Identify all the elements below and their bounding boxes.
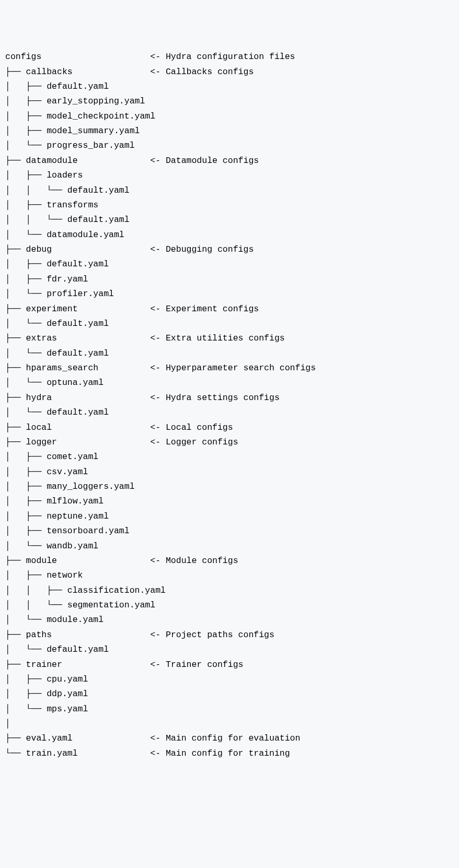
- tree-line: ├── module <- Module configs: [5, 554, 454, 568]
- tree-path: │ └── optuna.yaml: [5, 378, 104, 388]
- tree-comment: <- Module configs: [150, 556, 238, 566]
- tree-path: │ ├── default.yaml: [5, 259, 109, 269]
- tree-line: │ └── default.yaml: [5, 346, 454, 361]
- tree-path: ├── trainer: [5, 660, 150, 670]
- tree-line: │ └── module.yaml: [5, 613, 454, 627]
- tree-path: │ │ ├── classification.yaml: [5, 585, 166, 595]
- tree-comment: <- Datamodule configs: [150, 156, 259, 166]
- tree-comment: <- Hyperparameter search configs: [150, 363, 316, 373]
- tree-comment: <- Project paths configs: [150, 630, 274, 640]
- tree-line: ├── logger <- Logger configs: [5, 435, 454, 450]
- tree-path: configs: [5, 52, 150, 62]
- tree-path: │ │ └── segmentation.yaml: [5, 600, 155, 610]
- tree-path: │ └── default.yaml: [5, 644, 109, 654]
- tree-path: │ └── mps.yaml: [5, 704, 88, 714]
- tree-line: │ ├── default.yaml: [5, 79, 454, 94]
- tree-line: ├── callbacks <- Callbacks configs: [5, 65, 454, 79]
- tree-comment: <- Trainer configs: [150, 660, 243, 670]
- tree-comment: <- Experiment configs: [150, 304, 259, 314]
- tree-comment: <- Debugging configs: [150, 244, 254, 254]
- tree-path: │ └── datamodule.yaml: [5, 230, 124, 240]
- tree-line: │ ├── comet.yaml: [5, 450, 454, 464]
- tree-line: │ ├── many_loggers.yaml: [5, 479, 454, 494]
- tree-line: │ ├── loaders: [5, 168, 454, 183]
- tree-line: │ ├── early_stopping.yaml: [5, 94, 454, 109]
- tree-path: │ └── wandb.yaml: [5, 541, 98, 551]
- tree-path: │ └── progress_bar.yaml: [5, 140, 135, 150]
- tree-line: │ ├── tensorboard.yaml: [5, 524, 454, 538]
- tree-line: │ ├── neptune.yaml: [5, 509, 454, 524]
- tree-comment: <- Main config for training: [150, 748, 290, 758]
- tree-path: │ │ └── default.yaml: [5, 185, 130, 195]
- tree-line: ├── eval.yaml <- Main config for evaluat…: [5, 731, 454, 746]
- tree-path: ├── module: [5, 556, 150, 566]
- tree-path: ├── extras: [5, 333, 150, 343]
- tree-line: │ │ └── segmentation.yaml: [5, 598, 454, 613]
- tree-line: │ └── optuna.yaml: [5, 376, 454, 390]
- tree-path: │ ├── csv.yaml: [5, 467, 88, 477]
- tree-line: │ ├── network: [5, 568, 454, 583]
- tree-path: │ ├── ddp.yaml: [5, 689, 88, 699]
- tree-path: │ ├── model_summary.yaml: [5, 126, 140, 136]
- tree-line: │ └── default.yaml: [5, 642, 454, 657]
- tree-line: │ ├── model_checkpoint.yaml: [5, 109, 454, 124]
- tree-line: │ ├── csv.yaml: [5, 465, 454, 479]
- tree-path: │ ├── tensorboard.yaml: [5, 526, 130, 536]
- tree-line: │ ├── model_summary.yaml: [5, 124, 454, 138]
- tree-path: │: [5, 719, 10, 729]
- tree-line: │ └── default.yaml: [5, 316, 454, 331]
- tree-path: │ ├── loaders: [5, 170, 83, 180]
- tree-line: ├── extras <- Extra utilities configs: [5, 331, 454, 346]
- tree-line: │ │ └── default.yaml: [5, 213, 454, 227]
- tree-path: │ ├── default.yaml: [5, 81, 109, 91]
- tree-path: ├── paths: [5, 630, 150, 640]
- tree-path: │ └── default.yaml: [5, 319, 109, 329]
- tree-path: │ │ └── default.yaml: [5, 215, 130, 225]
- tree-path: │ ├── comet.yaml: [5, 452, 98, 462]
- tree-path: │ ├── mlflow.yaml: [5, 496, 104, 506]
- tree-line: │ └── progress_bar.yaml: [5, 138, 454, 153]
- tree-path: ├── callbacks: [5, 67, 150, 77]
- tree-comment: <- Hydra settings configs: [150, 393, 280, 403]
- tree-path: ├── datamodule: [5, 156, 150, 166]
- tree-line: │ └── mps.yaml: [5, 702, 454, 717]
- tree-line: ├── local <- Local configs: [5, 420, 454, 435]
- tree-path: │ ├── neptune.yaml: [5, 511, 109, 521]
- tree-line: ├── paths <- Project paths configs: [5, 628, 454, 642]
- tree-line: │ ├── fdr.yaml: [5, 272, 454, 287]
- tree-comment: <- Local configs: [150, 423, 233, 432]
- tree-path: │ ├── cpu.yaml: [5, 674, 88, 684]
- tree-line: │ └── profiler.yaml: [5, 287, 454, 301]
- tree-line: │: [5, 717, 454, 731]
- tree-path: ├── hparams_search: [5, 363, 150, 373]
- tree-line: │ └── wandb.yaml: [5, 539, 454, 554]
- tree-path: │ ├── many_loggers.yaml: [5, 482, 135, 491]
- directory-tree: configs <- Hydra configuration files├── …: [5, 50, 454, 761]
- tree-line: ├── experiment <- Experiment configs: [5, 302, 454, 316]
- tree-line: ├── trainer <- Trainer configs: [5, 658, 454, 672]
- tree-path: │ └── default.yaml: [5, 348, 109, 358]
- tree-line: │ ├── cpu.yaml: [5, 672, 454, 687]
- tree-line: ├── hparams_search <- Hyperparameter sea…: [5, 361, 454, 376]
- tree-line: └── train.yaml <- Main config for traini…: [5, 746, 454, 761]
- tree-path: │ ├── fdr.yaml: [5, 274, 88, 284]
- tree-line: configs <- Hydra configuration files: [5, 50, 454, 64]
- tree-comment: <- Hydra configuration files: [150, 52, 295, 62]
- tree-line: │ ├── default.yaml: [5, 257, 454, 272]
- tree-line: │ ├── ddp.yaml: [5, 687, 454, 701]
- tree-path: ├── local: [5, 423, 150, 432]
- tree-comment: <- Main config for evaluation: [150, 733, 300, 743]
- tree-path: │ ├── early_stopping.yaml: [5, 96, 145, 106]
- tree-path: ├── hydra: [5, 393, 150, 403]
- tree-line: ├── debug <- Debugging configs: [5, 242, 454, 257]
- tree-line: │ ├── mlflow.yaml: [5, 494, 454, 509]
- tree-line: │ │ └── default.yaml: [5, 183, 454, 198]
- tree-path: │ └── module.yaml: [5, 615, 104, 625]
- tree-comment: <- Callbacks configs: [150, 67, 254, 77]
- tree-comment: <- Extra utilities configs: [150, 333, 284, 343]
- tree-path: ├── experiment: [5, 304, 150, 314]
- tree-path: │ ├── network: [5, 570, 83, 580]
- tree-path: │ ├── transforms: [5, 200, 98, 210]
- tree-path: ├── logger: [5, 437, 150, 447]
- tree-line: ├── hydra <- Hydra settings configs: [5, 391, 454, 405]
